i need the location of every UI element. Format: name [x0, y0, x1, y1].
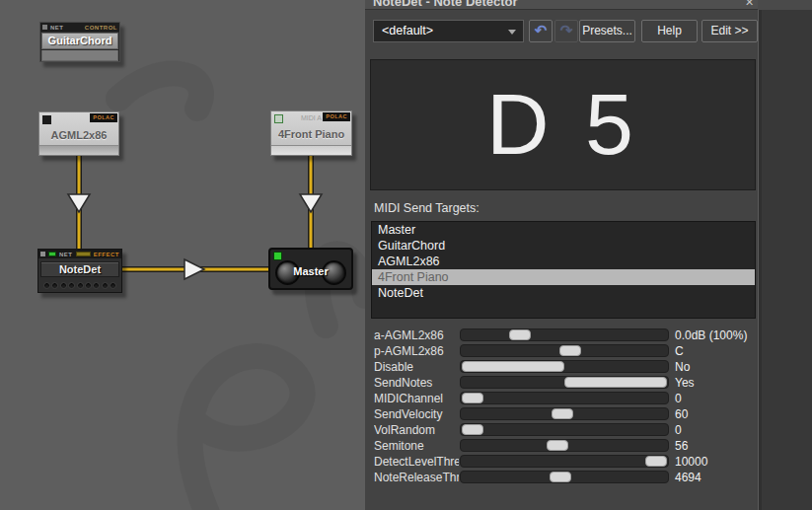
- machine-name: GuitarChord: [41, 33, 118, 49]
- machine-master[interactable]: Master: [268, 248, 353, 290]
- parameter-slider-thumb[interactable]: [645, 456, 667, 467]
- parameter-slider-thumb[interactable]: [509, 329, 531, 340]
- mute-led-icon[interactable]: [40, 252, 45, 256]
- parameter-slider-track[interactable]: [460, 376, 669, 389]
- parameter-label: MIDIChannel: [374, 392, 459, 405]
- parameter-label: SendNotes: [374, 376, 459, 390]
- parameter-slider-thumb[interactable]: [462, 361, 564, 372]
- parameter-value: 0.0dB (100%): [675, 328, 747, 342]
- parameter-slider-track[interactable]: [460, 328, 669, 341]
- midi-target-item[interactable]: GuitarChord: [372, 238, 755, 254]
- net-label: NET: [59, 251, 73, 258]
- close-icon[interactable]: ✕: [745, 0, 754, 9]
- edit-button[interactable]: Edit >>: [701, 20, 758, 42]
- parameter-slider-track[interactable]: [460, 423, 669, 436]
- midi-send-targets-label: MIDI Send Targets:: [374, 201, 480, 215]
- parameter-value: No: [675, 360, 690, 374]
- parameter-row: NoteReleaseThre 4694: [365, 470, 758, 485]
- parameter-row: SendNotes Yes: [365, 375, 758, 391]
- preset-dropdown[interactable]: <default>: [373, 20, 524, 42]
- parameter-label: DetectLevelThres: [374, 455, 459, 469]
- parameter-value: 0: [675, 423, 682, 437]
- parameter-slider-thumb[interactable]: [462, 393, 483, 403]
- machine-agml2x86[interactable]: POLAC AGML2x86: [38, 111, 119, 156]
- redo-button[interactable]: ↷: [554, 20, 578, 42]
- parameter-row: DetectLevelThres 10000: [365, 454, 758, 470]
- parameter-value: 56: [675, 439, 688, 453]
- parameter-row: VolRandom 0: [365, 422, 758, 438]
- parameter-value: 4694: [675, 471, 701, 484]
- machine-guitarchord[interactable]: NET CONTROL GuitarChord: [39, 22, 120, 62]
- parameter-slider-track[interactable]: [460, 439, 669, 452]
- parameter-slider-thumb[interactable]: [559, 345, 581, 356]
- panel-titlebar[interactable]: NoteDet - Note Detector ✕: [365, 0, 812, 10]
- detected-note-display: D 5: [370, 59, 756, 190]
- redo-icon: ↷: [560, 22, 573, 38]
- mute-led-icon[interactable]: [42, 115, 51, 124]
- machine-footer: [39, 145, 118, 155]
- parameter-label: p-AGML2x86: [374, 344, 459, 358]
- parameter-slider-thumb[interactable]: [547, 440, 568, 451]
- midi-target-item[interactable]: AGML2x86: [372, 254, 755, 269]
- loader-badge: POLAC: [323, 112, 350, 121]
- machine-header-strip: NET CONTROL: [40, 23, 119, 32]
- parameter-label: SendVelocity: [374, 407, 459, 421]
- app-window: NET CONTROL GuitarChord POLAC AGML2x86 M…: [0, 0, 812, 510]
- connection-arrow-right[interactable]: [185, 259, 204, 279]
- midi-target-item[interactable]: Master: [372, 222, 755, 238]
- help-button[interactable]: Help: [641, 20, 698, 42]
- midi-target-item[interactable]: 4Front Piano: [372, 269, 755, 285]
- parameter-slider-track[interactable]: [460, 407, 669, 420]
- parameter-value: C: [675, 344, 684, 358]
- parameter-slider-track[interactable]: [460, 360, 669, 373]
- parameter-slider-track[interactable]: [460, 471, 669, 483]
- machine-header-strip: NET EFFECT: [38, 250, 121, 258]
- parameter-slider-thumb[interactable]: [564, 377, 667, 388]
- loader-badge: POLAC: [90, 113, 117, 122]
- parameter-label: NoteReleaseThre: [374, 471, 459, 484]
- midi-target-item[interactable]: NoteDet: [372, 285, 755, 301]
- parameter-row: Semitone 56: [365, 438, 758, 454]
- connection-arrow-down[interactable]: [300, 194, 322, 212]
- pattern-dots: [43, 282, 116, 289]
- parameter-slider-track[interactable]: [460, 455, 669, 468]
- titlebar-extension: [758, 0, 812, 10]
- machine-name: NoteDet: [40, 261, 119, 277]
- level-bar: [76, 252, 91, 256]
- parameter-slider-track[interactable]: [460, 392, 669, 404]
- undo-icon: ↶: [535, 22, 548, 38]
- machine-name: AGML2x86: [39, 129, 118, 141]
- parameter-value: 10000: [675, 455, 707, 469]
- parameter-slider-thumb[interactable]: [550, 472, 571, 482]
- chevron-down-icon: [508, 30, 516, 35]
- midi-send-targets-list: MasterGuitarChordAGML2x864Front PianoNot…: [371, 221, 756, 319]
- parameter-label: VolRandom: [374, 423, 459, 437]
- parameter-panel: NoteDet - Note Detector ✕ <default> ↶ ↷ …: [365, 0, 758, 510]
- parameter-row: Disable No: [365, 359, 758, 375]
- parameter-label: a-AGML2x86: [374, 328, 459, 342]
- activity-led-icon: [273, 252, 282, 260]
- machine-type-label: EFFECT: [94, 251, 119, 258]
- parameter-label: Disable: [374, 360, 459, 374]
- mute-led-icon[interactable]: [42, 25, 47, 30]
- parameter-row: p-AGML2x86 C: [365, 343, 758, 359]
- activity-led-icon: [48, 252, 56, 256]
- parameter-slider-thumb[interactable]: [552, 408, 573, 419]
- machine-canvas[interactable]: NET CONTROL GuitarChord POLAC AGML2x86 M…: [0, 0, 365, 510]
- machine-name: 4Front Piano: [271, 128, 351, 140]
- parameter-row: SendVelocity 60: [365, 406, 758, 422]
- machine-name: Master: [270, 265, 351, 277]
- undo-button[interactable]: ↶: [529, 20, 553, 42]
- parameter-slider-thumb[interactable]: [462, 424, 483, 435]
- parameter-slider-track[interactable]: [460, 344, 669, 357]
- machine-type-label: CONTROL: [85, 24, 117, 32]
- machine-4front-piano[interactable]: MIDI A POLAC 4Front Piano: [270, 110, 352, 156]
- preset-dropdown-value: <default>: [382, 24, 433, 37]
- parameter-value: 0: [675, 392, 682, 405]
- machine-notedet[interactable]: NET EFFECT NoteDet: [37, 249, 122, 293]
- panel-title: NoteDet - Note Detector: [373, 0, 518, 9]
- presets-button[interactable]: Presets...: [579, 20, 635, 42]
- machine-footer: [271, 145, 351, 155]
- connection-arrow-down[interactable]: [68, 194, 90, 212]
- parameter-value: Yes: [675, 376, 695, 390]
